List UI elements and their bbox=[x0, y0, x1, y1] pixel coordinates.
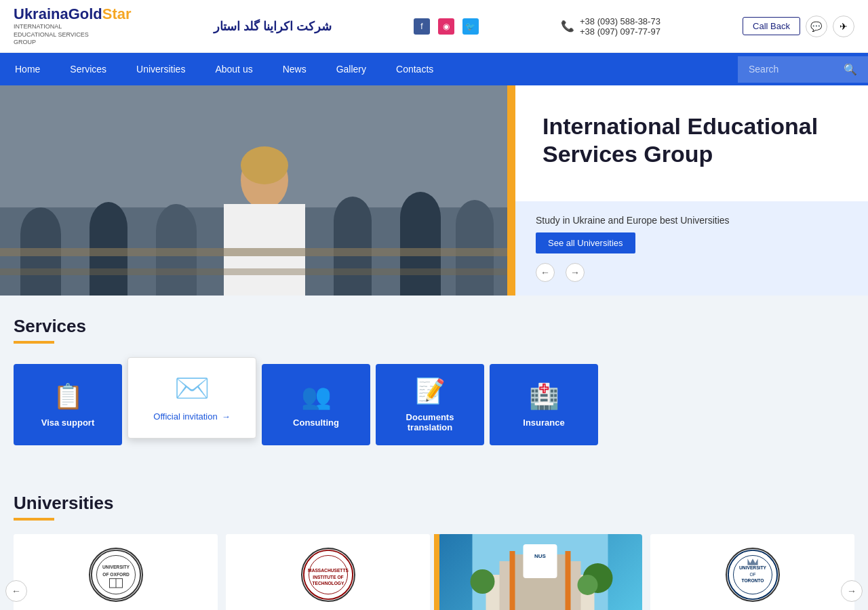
hero-section: International Educational Services Group… bbox=[0, 85, 868, 296]
svg-text:OF OXFORD: OF OXFORD bbox=[102, 571, 130, 576]
visa-label: Visa support bbox=[41, 418, 95, 428]
universities-underline bbox=[14, 518, 54, 521]
svg-text:TORONTO: TORONTO bbox=[741, 578, 764, 583]
invitation-arrow-icon: → bbox=[222, 411, 231, 422]
nav-item-universities[interactable]: Universities bbox=[121, 53, 200, 85]
nav-item-home[interactable]: Home bbox=[0, 53, 55, 85]
services-underline bbox=[14, 341, 54, 344]
consulting-label: Consulting bbox=[293, 418, 339, 428]
svg-rect-17 bbox=[0, 248, 515, 256]
nav-item-about[interactable]: About us bbox=[200, 53, 267, 85]
nav-item-services[interactable]: Services bbox=[55, 53, 121, 85]
see-universities-button[interactable]: See all Universities bbox=[536, 232, 635, 253]
consulting-icon: 👥 bbox=[301, 382, 332, 411]
svg-rect-16 bbox=[456, 224, 494, 296]
search-icon[interactable]: 🔍 bbox=[844, 63, 857, 76]
oxford-seal: UNIVERSITY OF OXFORD bbox=[90, 548, 142, 602]
svg-rect-36 bbox=[524, 544, 557, 578]
service-card-visa[interactable]: 📋 Visa support bbox=[14, 364, 122, 445]
universities-header: Universities bbox=[14, 493, 854, 521]
arabic-text: شرکت اکراینا گلد استار bbox=[214, 19, 332, 34]
invitation-icon: ✉️ bbox=[174, 371, 210, 405]
services-section: Services 📋 Visa support ✉️ Official invi… bbox=[0, 296, 868, 479]
insurance-icon: 🏥 bbox=[529, 382, 559, 411]
svg-rect-3 bbox=[20, 235, 61, 296]
svg-rect-14 bbox=[400, 218, 441, 296]
documents-label: Documents translation bbox=[387, 412, 473, 432]
hero-text-area: International Educational Services Group bbox=[515, 85, 868, 201]
svg-text:INSTITUTE OF: INSTITUTE OF bbox=[313, 574, 343, 579]
nav-item-gallery[interactable]: Gallery bbox=[321, 53, 381, 85]
callback-button[interactable]: Call Back bbox=[743, 17, 800, 35]
mit-logo: MASSACHUSETTS INSTITUTE OF TECHNOLOGY bbox=[301, 548, 355, 602]
phone-2: +38 (097) 097-77-97 bbox=[580, 26, 660, 37]
svg-text:TECHNOLOGY: TECHNOLOGY bbox=[312, 581, 344, 586]
mit-seal: MASSACHUSETTS INSTITUTE OF TECHNOLOGY bbox=[302, 548, 354, 602]
uni-card-toronto: UNIVERSITY OF TORONTO Canada University … bbox=[650, 534, 854, 610]
insurance-label: Insurance bbox=[523, 418, 564, 428]
svg-point-10 bbox=[241, 146, 288, 184]
service-card-insurance[interactable]: 🏥 Insurance bbox=[490, 364, 598, 445]
logo-area: UkrainaGoldStar INTERNATIONAL EDUCATIONA… bbox=[14, 5, 132, 47]
hero-yellow-bar bbox=[507, 85, 515, 296]
svg-rect-12 bbox=[334, 221, 372, 296]
uni-card-oxford: UNIVERSITY OF OXFORD Great Britain Unive… bbox=[14, 534, 218, 610]
service-card-invitation[interactable]: ✉️ Official invitation → bbox=[127, 357, 256, 439]
invitation-link[interactable]: Official invitation → bbox=[153, 411, 230, 422]
documents-icon: 📝 bbox=[415, 377, 446, 405]
hero-next-arrow[interactable]: → bbox=[566, 263, 585, 282]
svg-text:UNIVERSITY: UNIVERSITY bbox=[739, 565, 766, 570]
svg-text:NUS: NUS bbox=[534, 553, 547, 559]
service-card-consulting[interactable]: 👥 Consulting bbox=[262, 364, 370, 445]
phone-area: 📞 +38 (093) 588-38-73 +38 (097) 097-77-9… bbox=[561, 16, 660, 37]
svg-rect-34 bbox=[510, 551, 515, 610]
toronto-logo: UNIVERSITY OF TORONTO bbox=[726, 548, 780, 602]
nav-bar: Home Services Universities About us News… bbox=[0, 53, 868, 85]
oxford-logo: UNIVERSITY OF OXFORD bbox=[89, 548, 143, 602]
universities-grid: ← UNIVERSITY OF OXFORD Great Brit bbox=[14, 534, 854, 610]
nus-campus-svg: NUS bbox=[438, 534, 642, 610]
hero-subtitle: Study in Ukraine and Europe best Univers… bbox=[536, 215, 848, 226]
hero-title: International Educational Services Group bbox=[542, 113, 841, 168]
phone-icon: 📞 bbox=[561, 20, 574, 33]
twitter-icon[interactable]: 🐦 bbox=[462, 18, 479, 35]
hero-nav-arrows: ← → bbox=[536, 263, 848, 282]
telegram-button[interactable]: ✈ bbox=[833, 16, 854, 37]
whatsapp-button[interactable]: 💬 bbox=[806, 16, 827, 37]
svg-rect-7 bbox=[156, 231, 197, 296]
services-header: Services bbox=[14, 316, 854, 344]
uni-card-nus: NUS Republic of Singapore National Unive… bbox=[438, 534, 642, 610]
uni-card-mit: MASSACHUSETTS INSTITUTE OF TECHNOLOGY US… bbox=[226, 534, 430, 610]
nav-item-news[interactable]: News bbox=[268, 53, 321, 85]
phone-numbers: +38 (093) 588-38-73 +38 (097) 097-77-97 bbox=[580, 16, 660, 37]
hero-prev-arrow[interactable]: ← bbox=[536, 263, 555, 282]
universities-section: Universities ← UNIVERSITY OF OXFORD bbox=[0, 479, 868, 610]
services-grid: 📋 Visa support ✉️ Official invitation → … bbox=[14, 357, 854, 459]
header-buttons: Call Back 💬 ✈ bbox=[743, 16, 854, 37]
nav-item-contacts[interactable]: Contacts bbox=[381, 53, 448, 85]
service-card-documents[interactable]: 📝 Documents translation bbox=[376, 364, 484, 445]
mit-logo-area: MASSACHUSETTS INSTITUTE OF TECHNOLOGY bbox=[226, 534, 430, 610]
yellow-accent bbox=[434, 534, 439, 610]
search-input[interactable] bbox=[749, 64, 844, 75]
nav-search: 🔍 bbox=[738, 56, 868, 83]
toronto-seal: UNIVERSITY OF TORONTO bbox=[727, 548, 778, 602]
facebook-icon[interactable]: f bbox=[414, 18, 430, 35]
universities-next-arrow[interactable]: → bbox=[841, 580, 863, 602]
hero-classroom-svg bbox=[0, 85, 515, 296]
svg-text:OF: OF bbox=[749, 571, 755, 576]
universities-prev-arrow[interactable]: ← bbox=[5, 580, 27, 602]
svg-marker-46 bbox=[747, 558, 757, 565]
svg-point-38 bbox=[471, 569, 495, 594]
svg-text:MASSACHUSETTS: MASSACHUSETTS bbox=[308, 568, 349, 573]
invitation-label: Official invitation bbox=[153, 411, 217, 422]
svg-rect-18 bbox=[0, 268, 515, 275]
logo: UkrainaGoldStar INTERNATIONAL EDUCATIONA… bbox=[14, 5, 132, 47]
toronto-logo-area: UNIVERSITY OF TORONTO bbox=[650, 534, 854, 610]
phone-1: +38 (093) 588-38-73 bbox=[580, 16, 660, 26]
instagram-icon[interactable]: ◉ bbox=[438, 18, 454, 35]
services-title: Services bbox=[14, 316, 854, 337]
svg-rect-5 bbox=[90, 228, 127, 296]
universities-title: Universities bbox=[14, 493, 854, 514]
nus-image: NUS bbox=[438, 534, 642, 610]
